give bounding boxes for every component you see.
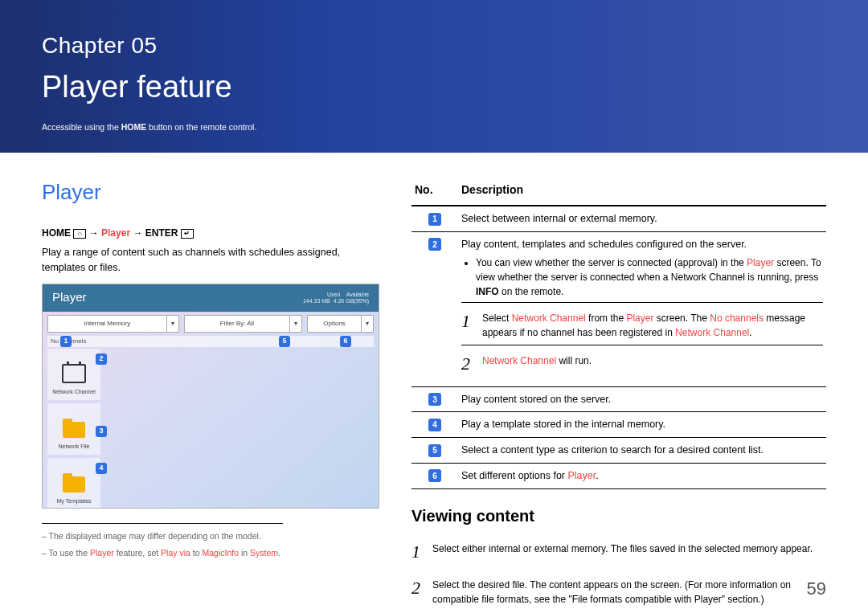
table-row: 5Select a content type as criterion to s… bbox=[411, 438, 826, 464]
tile-network-file[interactable]: Network File 3 bbox=[47, 403, 100, 455]
chapter-subtitle: Accessible using the HOME button on the … bbox=[42, 121, 826, 134]
tab-internal-memory[interactable]: Internal Memory▾ bbox=[47, 315, 179, 333]
tab-filter[interactable]: Filter By: All▾ bbox=[184, 315, 303, 333]
callout-5: 5 bbox=[279, 336, 290, 347]
section-heading-viewing: Viewing content bbox=[411, 504, 826, 528]
folder-icon bbox=[63, 476, 85, 492]
table-row: 6Set different options for Player. bbox=[411, 463, 826, 488]
chapter-hero: Chapter 05 Player feature Accessible usi… bbox=[0, 0, 868, 153]
chapter-title: Player feature bbox=[42, 64, 826, 110]
page-number: 59 bbox=[807, 575, 826, 602]
footnotes: – The displayed image may differ dependi… bbox=[42, 523, 283, 561]
tile-my-templates[interactable]: My Templates 4 bbox=[47, 458, 100, 509]
enter-icon: ↵ bbox=[181, 229, 194, 239]
col-desc: Description bbox=[458, 177, 826, 206]
callout-3: 3 bbox=[96, 426, 107, 437]
table-row: 2 Play content, templates and schedules … bbox=[411, 231, 826, 386]
menu-path: HOME ⌂ → Player → ENTER ↵ bbox=[42, 226, 379, 240]
callout-1: 1 bbox=[60, 336, 72, 347]
callout-6: 6 bbox=[340, 336, 351, 347]
screenshot-illustration: Player Used Available 144.33 MB 4.26 GB(… bbox=[42, 284, 379, 509]
section-heading-player: Player bbox=[42, 177, 379, 208]
table-row: 1Select between internal or external mem… bbox=[411, 206, 826, 231]
intro-text: Play a range of content such as channels… bbox=[42, 245, 379, 276]
folder-icon bbox=[63, 422, 85, 438]
table-row: 3Play content stored on the server. bbox=[411, 386, 826, 412]
tab-options[interactable]: Options▾ bbox=[307, 315, 374, 333]
calendar-icon bbox=[62, 364, 86, 383]
home-icon: ⌂ bbox=[73, 229, 86, 239]
table-row: 4Play a template stored in the internal … bbox=[411, 412, 826, 438]
chapter-label: Chapter 05 bbox=[42, 29, 826, 63]
col-no: No. bbox=[411, 177, 458, 206]
callout-2: 2 bbox=[96, 353, 107, 365]
callout-4: 4 bbox=[96, 463, 107, 474]
tile-network-channel[interactable]: Network Channel 2 bbox=[47, 349, 100, 400]
no-channels-banner: No channels bbox=[47, 336, 374, 347]
screenshot-title: Player bbox=[52, 288, 87, 307]
description-table: No.Description 1Select between internal … bbox=[411, 177, 826, 489]
